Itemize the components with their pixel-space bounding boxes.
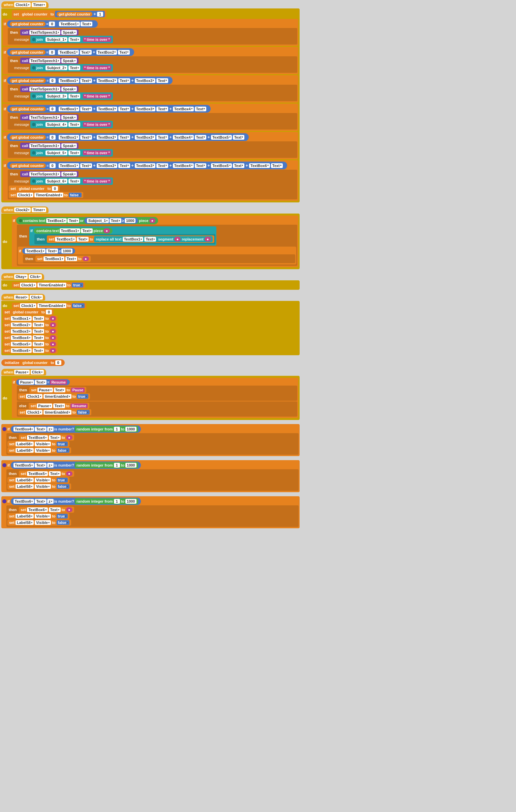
click-dropdown-1[interactable]: Click (29, 274, 42, 279)
okay-dropdown[interactable]: Okay (14, 274, 28, 279)
set-clock1-timer-true[interactable]: set Clock1 TimerEnabled to true (12, 282, 85, 288)
when-okay-click-hat[interactable]: when Okay Click (1, 273, 44, 280)
join-inner-2[interactable]: Subject_2 Text (44, 65, 82, 71)
set-global-zero-reset[interactable]: set global counter to 0 (3, 309, 54, 315)
set-clock1-false-pause[interactable]: set Clock1 timerEnabled to false (18, 409, 91, 415)
join-inner-5[interactable]: Subject_5 Text (44, 150, 82, 156)
set-tb1-empty[interactable]: set TextBox1 Text to ● (3, 315, 58, 321)
when-clock2-timer-hat[interactable]: when Clock2 Timer (1, 206, 49, 213)
set-tb2-empty[interactable]: set TextBox2 Text to ● (3, 322, 58, 328)
eq-bool-6[interactable]: get global counter = 0 TextBox1 Text + T… (7, 162, 287, 169)
call-block-2[interactable]: call TextToSpeech1 Speak (20, 58, 78, 64)
clock1-dropdown[interactable]: Clock1 (14, 2, 31, 7)
timer-dropdown[interactable]: Timer (32, 2, 46, 7)
join-block-4[interactable]: join Subject_4 Text * time is over * (30, 121, 113, 128)
set-label58-visible-true-4[interactable]: set Label58 Visible to true (7, 441, 69, 447)
init-global-counter[interactable]: global counter (20, 360, 50, 365)
join-block-2[interactable]: join Subject_2 Text * time is over * (30, 64, 113, 72)
set-label58-visible-false-6[interactable]: set Label58 Visible to false (7, 520, 71, 526)
join-block-5[interactable]: join Subject_5 Text * time is over * (30, 149, 113, 157)
call-block-4[interactable]: call TextToSpeech1 Speak (20, 114, 78, 120)
init-block[interactable]: initialize global counter to 0 (1, 359, 65, 366)
eq-bool-1[interactable]: get global counter = 0 TextBox1 Text (7, 20, 98, 28)
join-block-3[interactable]: join Subject_3 Text * time is over * (30, 92, 113, 100)
set-label58-visible-true-6[interactable]: set Label58 Visible to true (7, 513, 69, 519)
plus-chain-3[interactable]: TextBox1 Text + TextBox2 Text + TextBox3… (57, 77, 170, 84)
rand-block-6[interactable]: random integer from 1 to 1000 (75, 498, 138, 504)
gte-bool[interactable]: Subject_1 Text ≥ 1000 (84, 218, 138, 224)
plus-block[interactable]: get global counter + 1 (55, 11, 105, 17)
if-body-3: then call TextToSpeech1 Speak message jo… (8, 85, 297, 101)
join-inner-6[interactable]: Subject_6 Text (44, 178, 82, 184)
click-dropdown-2[interactable]: Click (30, 295, 43, 300)
pause-if-bool[interactable]: Pause Text = Resume (16, 379, 70, 385)
rand-block-5[interactable]: random integer from 1 to 1000 (75, 462, 138, 468)
set-label58-visible-false-5[interactable]: set Label58 Visible to false (7, 483, 71, 489)
set-pause-text-resume[interactable]: set Pause Text to Resume (29, 403, 89, 409)
tb4-is-number-bool[interactable]: TextBox4 Text z is number? random intege… (11, 425, 141, 433)
call-block-3[interactable]: call TextToSpeech1 Speak (20, 86, 78, 92)
pause-dropdown[interactable]: Pause (14, 370, 29, 374)
replace-all-block[interactable]: replace all text TextBox1 Text segment ●… (94, 236, 212, 242)
join-block-6[interactable]: join Subject_6 Text * time is over * (30, 177, 113, 185)
set-clock1-true-pause[interactable]: set Clock1 timerEnabled to true (18, 393, 90, 399)
plus-chain-2[interactable]: TextBox1 Text + TextBox2 Text (56, 49, 131, 55)
when-reset-click-hat[interactable]: when Reset Click (1, 294, 45, 301)
set-tb5-rand[interactable]: set TextBox5 Text to ● (19, 471, 74, 477)
set-pause-text-pause[interactable]: set Pause Text to Pause (29, 387, 86, 393)
gte-bool-2[interactable]: TextBox1 Text ≥ 1000 (22, 248, 75, 254)
clock2-hat-row: when Clock2 Timer (1, 206, 300, 213)
contains-bool-inner[interactable]: contains text TextBox1 Text piece ● (34, 228, 113, 234)
if-block-2: if get global counter = 0 TextBox1 Text … (3, 47, 298, 74)
eq-textbox1-1[interactable]: TextBox1 Text (56, 21, 95, 27)
set-tb4-rand[interactable]: set TextBox4 Text to ● (19, 435, 74, 441)
set-counter-zero[interactable]: set global counter to 0 (9, 186, 60, 192)
plus-chain-5[interactable]: TextBox1 Text + TextBox2 Text + TextBox3… (57, 134, 246, 140)
click-dropdown-3[interactable]: Click (31, 370, 44, 374)
plus-chain-4[interactable]: TextBox1 Text + TextBox2 Text + TextBox3… (57, 106, 208, 112)
set-tb3-empty[interactable]: set TextBox3 Text to ● (3, 328, 58, 334)
get-counter-rep[interactable]: get global counter (57, 12, 92, 17)
val1-input[interactable]: 1 (97, 12, 103, 17)
clock2-dropdown[interactable]: Clock2 (14, 207, 31, 212)
tb1-dd-1[interactable]: TextBox1 (59, 22, 80, 26)
eq-bool-5[interactable]: get global counter = 0 TextBox1 Text + T… (7, 133, 249, 141)
global-counter-rep[interactable]: global counter (20, 12, 50, 17)
set-tb4-empty[interactable]: set TextBox4 Text to ● (3, 335, 58, 341)
text-dd-1[interactable]: Text (81, 22, 92, 26)
set-label58-visible-false-4[interactable]: set Label58 Visible to false (7, 447, 71, 453)
join-inner-3[interactable]: Subject_3 Text (44, 93, 82, 99)
get-counter-1[interactable]: get global counter (10, 22, 45, 26)
set-clock1-timer-false-reset[interactable]: set Clock1 TimerEnabled to false (12, 303, 86, 309)
eq-bool-4[interactable]: get global counter = 0 TextBox1 Text + T… (7, 105, 211, 113)
tb6-is-number-bool[interactable]: TextBox6 Text z is number? random intege… (11, 498, 141, 505)
set-tb1-dot[interactable]: set TextBox1 Text to ● (35, 256, 90, 262)
set-timer-false[interactable]: set Clock1 TimerEnabled to false (9, 192, 83, 198)
when-pause-click-hat[interactable]: when Pause Click (1, 369, 46, 375)
rand-block-4[interactable]: random integer from 1 to 1000 (75, 426, 138, 432)
tb5-is-number-bool[interactable]: TextBox5 Text z is number? random intege… (11, 461, 141, 469)
when-clock1-timer-hat[interactable]: when Clock1 Timer (1, 1, 49, 8)
call-block-1[interactable]: call TextToSpeech1 Speak (20, 29, 78, 35)
set-textbox1-replace[interactable]: set TextBox1 Text to replace all text Te… (47, 235, 214, 243)
set-tb6-rand[interactable]: set TextBox6 Text to ● (19, 507, 74, 513)
eq-bool-3[interactable]: get global counter = 0 TextBox1 Text + T… (7, 77, 173, 84)
if-body-2: then call TextToSpeech1 Speak message jo… (8, 56, 297, 73)
set-block[interactable]: set global counter to get global counter… (12, 10, 107, 18)
reset-dropdown[interactable]: Reset (14, 295, 29, 300)
get-counter-2[interactable]: get global counter (10, 50, 45, 55)
when-label-5: when (4, 370, 13, 374)
timer-dropdown-2[interactable]: Timer (32, 207, 46, 212)
eq-bool-2[interactable]: get global counter = 0 TextBox1 Text + T… (7, 48, 134, 56)
contains-bool-outer[interactable]: contains text TextBox1 Text or Subject_1… (16, 217, 158, 224)
clock2-timer-section: when Clock2 Timer do if contains text Te… (1, 206, 300, 269)
call-block-6[interactable]: call TextToSpeech1 Speak (20, 171, 78, 177)
call-block-5[interactable]: call TextToSpeech1 Speak (20, 143, 78, 149)
plus-chain-6[interactable]: TextBox1 Text + TextBox2 Text + TextBox3… (57, 162, 284, 169)
join-inner-1[interactable]: Subject_1 Text (44, 36, 82, 43)
set-label58-visible-true-5[interactable]: set Label58 Visible to true (7, 477, 69, 483)
join-block-1[interactable]: join Subject_1 Text * time is over * (30, 36, 113, 43)
set-tb6-empty[interactable]: set TextBox6 Text to ● (3, 347, 58, 354)
join-inner-4[interactable]: Subject_4 Text (44, 121, 82, 128)
set-tb5-empty[interactable]: set TextBox5 Text to ● (3, 341, 58, 347)
